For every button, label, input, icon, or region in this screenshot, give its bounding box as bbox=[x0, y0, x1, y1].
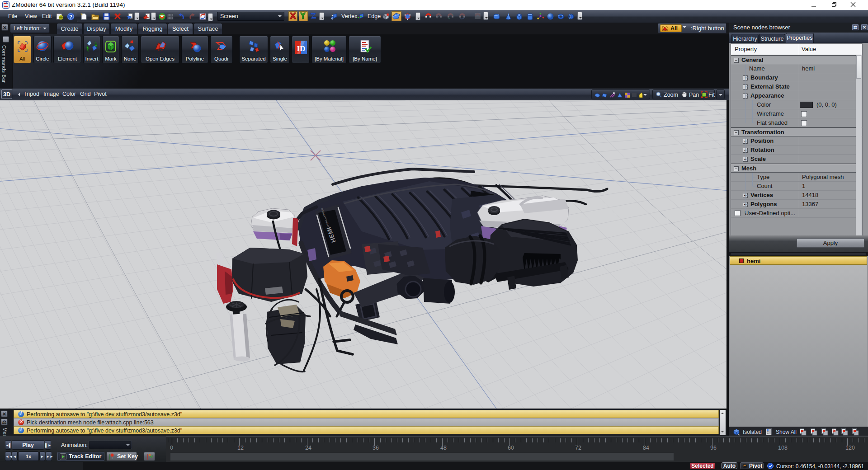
svg-text:ID: ID bbox=[297, 44, 306, 53]
svg-text:?: ? bbox=[69, 14, 72, 19]
